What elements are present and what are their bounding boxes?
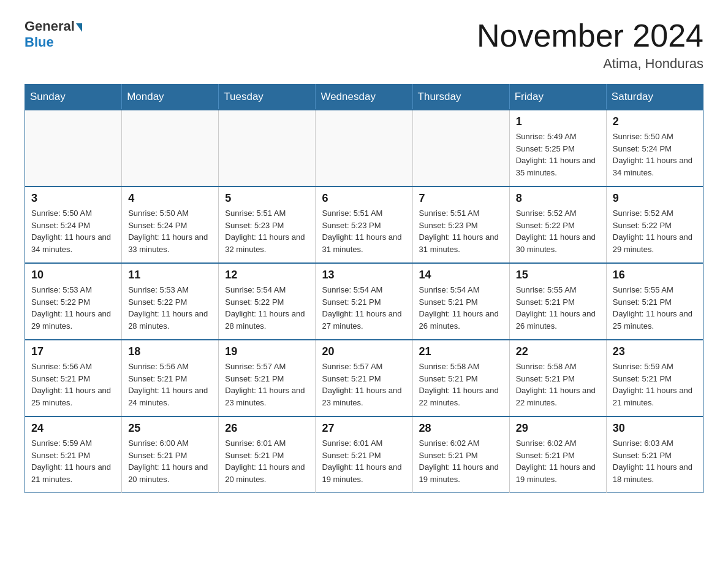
calendar-week-row: 1Sunrise: 5:49 AM Sunset: 5:25 PM Daylig… <box>25 110 703 186</box>
day-info: Sunrise: 5:52 AM Sunset: 5:22 PM Dayligh… <box>516 207 600 255</box>
day-info: Sunrise: 6:02 AM Sunset: 5:21 PM Dayligh… <box>419 437 503 485</box>
day-number: 8 <box>516 192 600 205</box>
title-area: November 2024 Atima, Honduras <box>477 18 703 72</box>
day-info: Sunrise: 5:56 AM Sunset: 5:21 PM Dayligh… <box>128 361 212 408</box>
calendar-cell: 22Sunrise: 5:58 AM Sunset: 5:21 PM Dayli… <box>509 340 606 416</box>
day-info: Sunrise: 5:55 AM Sunset: 5:21 PM Dayligh… <box>613 284 697 332</box>
calendar-cell: 27Sunrise: 6:01 AM Sunset: 5:21 PM Dayli… <box>316 416 412 493</box>
day-info: Sunrise: 6:01 AM Sunset: 5:21 PM Dayligh… <box>322 437 406 485</box>
day-info: Sunrise: 5:55 AM Sunset: 5:21 PM Dayligh… <box>516 284 600 332</box>
day-info: Sunrise: 5:58 AM Sunset: 5:21 PM Dayligh… <box>419 361 503 408</box>
day-number: 18 <box>128 345 212 358</box>
day-info: Sunrise: 6:02 AM Sunset: 5:21 PM Dayligh… <box>516 437 600 485</box>
calendar-cell: 6Sunrise: 5:51 AM Sunset: 5:23 PM Daylig… <box>316 186 412 263</box>
day-number: 11 <box>128 269 212 282</box>
day-number: 27 <box>322 422 406 435</box>
calendar-cell: 30Sunrise: 6:03 AM Sunset: 5:21 PM Dayli… <box>606 416 703 493</box>
day-number: 6 <box>322 192 406 205</box>
day-info: Sunrise: 5:50 AM Sunset: 5:24 PM Dayligh… <box>128 207 212 255</box>
day-number: 9 <box>613 192 697 205</box>
calendar-cell: 12Sunrise: 5:54 AM Sunset: 5:22 PM Dayli… <box>219 263 316 340</box>
calendar-cell: 2Sunrise: 5:50 AM Sunset: 5:24 PM Daylig… <box>606 110 703 186</box>
day-info: Sunrise: 6:01 AM Sunset: 5:21 PM Dayligh… <box>225 437 309 485</box>
logo-general-text: General <box>25 18 75 34</box>
day-number: 13 <box>322 269 406 282</box>
weekday-header-saturday: Saturday <box>606 85 703 110</box>
calendar-cell: 4Sunrise: 5:50 AM Sunset: 5:24 PM Daylig… <box>122 186 219 263</box>
day-number: 16 <box>613 269 697 282</box>
day-number: 3 <box>31 192 115 205</box>
day-info: Sunrise: 5:58 AM Sunset: 5:21 PM Dayligh… <box>516 361 600 408</box>
day-info: Sunrise: 5:54 AM Sunset: 5:21 PM Dayligh… <box>419 284 503 332</box>
day-info: Sunrise: 5:54 AM Sunset: 5:22 PM Dayligh… <box>225 284 309 332</box>
month-title: November 2024 <box>477 18 703 53</box>
day-number: 7 <box>419 192 503 205</box>
calendar-cell: 26Sunrise: 6:01 AM Sunset: 5:21 PM Dayli… <box>219 416 316 493</box>
calendar-cell: 23Sunrise: 5:59 AM Sunset: 5:21 PM Dayli… <box>606 340 703 416</box>
calendar-cell: 29Sunrise: 6:02 AM Sunset: 5:21 PM Dayli… <box>509 416 606 493</box>
day-number: 29 <box>516 422 600 435</box>
day-info: Sunrise: 6:00 AM Sunset: 5:21 PM Dayligh… <box>128 437 212 485</box>
day-info: Sunrise: 5:57 AM Sunset: 5:21 PM Dayligh… <box>322 361 406 408</box>
day-info: Sunrise: 5:51 AM Sunset: 5:23 PM Dayligh… <box>322 207 406 255</box>
weekday-header-wednesday: Wednesday <box>316 85 412 110</box>
calendar-cell: 5Sunrise: 5:51 AM Sunset: 5:23 PM Daylig… <box>219 186 316 263</box>
calendar-week-row: 24Sunrise: 5:59 AM Sunset: 5:21 PM Dayli… <box>25 416 703 493</box>
calendar-cell: 25Sunrise: 6:00 AM Sunset: 5:21 PM Dayli… <box>122 416 219 493</box>
day-info: Sunrise: 5:50 AM Sunset: 5:24 PM Dayligh… <box>613 131 697 178</box>
day-number: 2 <box>613 115 697 128</box>
day-info: Sunrise: 5:57 AM Sunset: 5:21 PM Dayligh… <box>225 361 309 408</box>
calendar-cell: 8Sunrise: 5:52 AM Sunset: 5:22 PM Daylig… <box>509 186 606 263</box>
logo: General Blue <box>25 18 83 50</box>
calendar-cell: 11Sunrise: 5:53 AM Sunset: 5:22 PM Dayli… <box>122 263 219 340</box>
calendar-cell: 21Sunrise: 5:58 AM Sunset: 5:21 PM Dayli… <box>412 340 509 416</box>
day-number: 5 <box>225 192 309 205</box>
calendar-cell: 17Sunrise: 5:56 AM Sunset: 5:21 PM Dayli… <box>25 340 122 416</box>
day-number: 22 <box>516 345 600 358</box>
weekday-header-tuesday: Tuesday <box>219 85 316 110</box>
weekday-header-friday: Friday <box>509 85 606 110</box>
day-number: 19 <box>225 345 309 358</box>
calendar-cell: 3Sunrise: 5:50 AM Sunset: 5:24 PM Daylig… <box>25 186 122 263</box>
day-number: 25 <box>128 422 212 435</box>
day-info: Sunrise: 5:59 AM Sunset: 5:21 PM Dayligh… <box>31 437 115 485</box>
day-number: 12 <box>225 269 309 282</box>
day-info: Sunrise: 5:56 AM Sunset: 5:21 PM Dayligh… <box>31 361 115 408</box>
calendar-cell: 14Sunrise: 5:54 AM Sunset: 5:21 PM Dayli… <box>412 263 509 340</box>
day-info: Sunrise: 5:51 AM Sunset: 5:23 PM Dayligh… <box>419 207 503 255</box>
day-info: Sunrise: 5:50 AM Sunset: 5:24 PM Dayligh… <box>31 207 115 255</box>
day-number: 28 <box>419 422 503 435</box>
day-number: 20 <box>322 345 406 358</box>
day-info: Sunrise: 5:53 AM Sunset: 5:22 PM Dayligh… <box>31 284 115 332</box>
day-number: 10 <box>31 269 115 282</box>
day-number: 26 <box>225 422 309 435</box>
logo-blue-text: Blue <box>25 34 54 50</box>
day-number: 24 <box>31 422 115 435</box>
calendar-cell <box>122 110 219 186</box>
weekday-header-thursday: Thursday <box>412 85 509 110</box>
day-number: 4 <box>128 192 212 205</box>
calendar-cell <box>316 110 412 186</box>
logo-arrow-icon <box>76 23 82 32</box>
weekday-header-sunday: Sunday <box>25 85 122 110</box>
calendar-cell: 1Sunrise: 5:49 AM Sunset: 5:25 PM Daylig… <box>509 110 606 186</box>
day-number: 30 <box>613 422 697 435</box>
calendar-cell: 18Sunrise: 5:56 AM Sunset: 5:21 PM Dayli… <box>122 340 219 416</box>
weekday-header-row: SundayMondayTuesdayWednesdayThursdayFrid… <box>25 85 703 110</box>
calendar-cell: 24Sunrise: 5:59 AM Sunset: 5:21 PM Dayli… <box>25 416 122 493</box>
calendar-cell: 16Sunrise: 5:55 AM Sunset: 5:21 PM Dayli… <box>606 263 703 340</box>
day-number: 14 <box>419 269 503 282</box>
day-number: 1 <box>516 115 600 128</box>
calendar-cell: 9Sunrise: 5:52 AM Sunset: 5:22 PM Daylig… <box>606 186 703 263</box>
calendar-week-row: 10Sunrise: 5:53 AM Sunset: 5:22 PM Dayli… <box>25 263 703 340</box>
day-info: Sunrise: 5:52 AM Sunset: 5:22 PM Dayligh… <box>613 207 697 255</box>
calendar-cell: 19Sunrise: 5:57 AM Sunset: 5:21 PM Dayli… <box>219 340 316 416</box>
calendar-cell <box>219 110 316 186</box>
day-number: 23 <box>613 345 697 358</box>
calendar-cell <box>412 110 509 186</box>
day-info: Sunrise: 6:03 AM Sunset: 5:21 PM Dayligh… <box>613 437 697 485</box>
day-number: 17 <box>31 345 115 358</box>
calendar-cell: 28Sunrise: 6:02 AM Sunset: 5:21 PM Dayli… <box>412 416 509 493</box>
calendar-cell: 13Sunrise: 5:54 AM Sunset: 5:21 PM Dayli… <box>316 263 412 340</box>
day-info: Sunrise: 5:49 AM Sunset: 5:25 PM Dayligh… <box>516 131 600 178</box>
